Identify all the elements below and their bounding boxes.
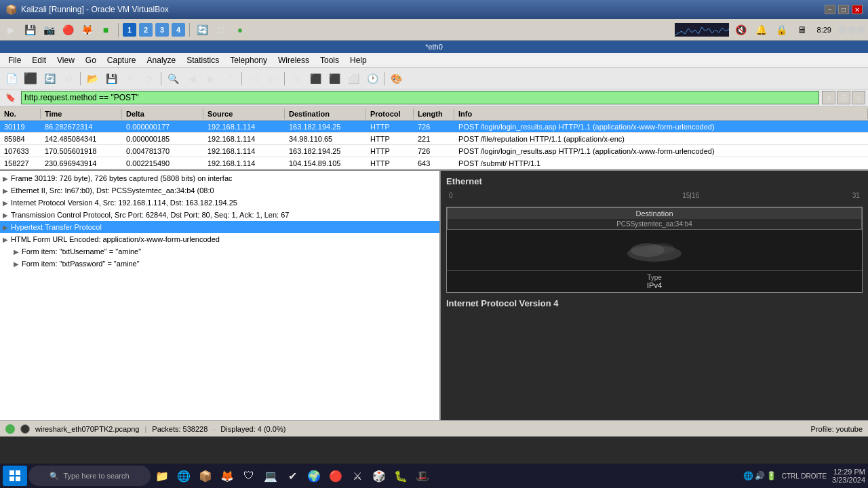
ws-btn-reload[interactable]: 🔄 [41, 70, 58, 87]
vbox-audio-btn[interactable]: 🔇 [733, 22, 749, 38]
col-header-info[interactable]: Info [454, 108, 868, 119]
ws-btn-back[interactable]: ◀ [183, 70, 201, 87]
ws-btn-nav-prev[interactable]: ◁ [245, 70, 262, 87]
detail-tree-row[interactable]: ▶Internet Protocol Version 4, Src: 192.1… [0, 197, 439, 209]
filter-add-btn[interactable]: + [852, 91, 865, 104]
detail-tree-row[interactable]: ▶Form item: "txtPassword" = "amine" [0, 258, 439, 270]
ws-menu-analyze[interactable]: Analyze [142, 54, 182, 66]
vbox-btn-ff[interactable]: 🔴 [60, 22, 76, 38]
detail-tree-row[interactable]: ▶Hypertext Transfer Protocol [0, 221, 439, 233]
start-button[interactable] [3, 466, 27, 486]
ws-btn-nav-next[interactable]: ▷ [264, 70, 281, 87]
ws-btn-new[interactable]: 📄 [3, 70, 20, 87]
packet-row[interactable]: 107633170.5056019180.004781370192.168.1.… [0, 145, 868, 157]
ws-menu-wireless[interactable]: Wireless [273, 54, 315, 66]
filter-clear-btn[interactable]: ✕ [822, 91, 835, 104]
ws-btn-forward[interactable]: ▶ [202, 70, 220, 87]
ws-btn-open[interactable]: 📂 [83, 70, 101, 87]
ws-btn-reload2[interactable]: ⟳ [140, 70, 158, 87]
col-header-dest[interactable]: Destination [285, 108, 366, 119]
vbox-btn-refresh[interactable]: 🔄 [194, 22, 210, 38]
taskbar-sword-btn[interactable]: ⚔ [347, 466, 368, 486]
col-header-proto[interactable]: Protocol [366, 108, 414, 119]
ws-btn-zoom-in[interactable]: ⬛ [326, 70, 343, 87]
taskbar-cube-btn[interactable]: 🎲 [369, 466, 389, 486]
detail-tree-row[interactable]: ▶HTML Form URL Encoded: application/x-ww… [0, 233, 439, 245]
ws-menu-tools[interactable]: Tools [315, 54, 344, 66]
taskbar-hat-btn[interactable]: 🎩 [412, 466, 433, 486]
detail-text: Transmission Control Protocol, Src Port:… [11, 211, 289, 219]
globe-icon: 🌍 [307, 470, 321, 483]
taskbar-terminal-btn[interactable]: 📦 [195, 466, 216, 486]
ws-btn-autoscroll[interactable]: ⚙ [60, 70, 77, 87]
taskbar-red-btn[interactable]: 🔴 [326, 466, 346, 486]
col-header-no[interactable]: No. [0, 108, 41, 119]
filter-pref-btn[interactable]: ☰ [837, 91, 850, 104]
vbox-fullscreen-btn[interactable]: 🖥 [794, 22, 810, 38]
ws-menu-file[interactable]: File [3, 54, 26, 66]
col-header-source[interactable]: Source [203, 108, 285, 119]
eth-destination-label[interactable]: Destination [448, 208, 861, 219]
vbox-screen-1[interactable]: 1 [123, 23, 136, 37]
ws-btn-close[interactable]: ✕ [121, 70, 139, 87]
taskbar-firefox-btn[interactable]: 🦊 [217, 466, 237, 486]
check-icon: ✔ [288, 470, 297, 483]
ws-btn-zoom-out[interactable]: ⬜ [344, 70, 362, 87]
vbox-screen-2[interactable]: 2 [139, 23, 153, 37]
vbox-btn-snap[interactable]: 📷 [41, 22, 57, 38]
vbox-screen-4[interactable]: 4 [172, 23, 185, 37]
taskbar-shield-btn[interactable]: 🛡 [239, 466, 259, 486]
ws-btn-jump[interactable]: ⤴ [221, 70, 239, 87]
ws-menu-edit[interactable]: Edit [26, 54, 52, 66]
ws-menu-view[interactable]: View [52, 54, 80, 66]
ws-menu-statistics[interactable]: Statistics [181, 54, 224, 66]
vbox-btn-window[interactable]: □ [213, 22, 229, 38]
vbox-lock-btn[interactable]: 🔒 [774, 22, 790, 38]
ws-menu-help[interactable]: Help [344, 54, 372, 66]
filter-input[interactable] [21, 91, 819, 104]
ws-btn-stop[interactable]: ⬛ [22, 70, 39, 87]
ws-btn-time[interactable]: 🕐 [363, 70, 381, 87]
col-header-len[interactable]: Length [414, 108, 454, 119]
ws-btn-table[interactable]: ≡ [288, 70, 305, 87]
ws-menu-telephony[interactable]: Telephony [224, 54, 273, 66]
ws-btn-bytes[interactable]: ⬛ [307, 70, 324, 87]
ws-btn-search[interactable]: 🔍 [164, 70, 182, 87]
taskbar-bug-btn[interactable]: 🐛 [391, 466, 411, 486]
vbox-btn-img[interactable]: 🦊 [79, 22, 95, 38]
detail-tree-row[interactable]: ▶Frame 30119: 726 byte), 726 bytes captu… [0, 172, 439, 184]
taskbar-files-btn[interactable]: 📁 [152, 466, 172, 486]
vbox-btn-save[interactable]: 💾 [22, 22, 38, 38]
taskbar-check-btn[interactable]: ✔ [282, 466, 302, 486]
col-header-time[interactable]: Time [41, 108, 122, 119]
vbox-notify-btn[interactable]: 🔔 [753, 22, 770, 38]
close-button[interactable]: ✕ [852, 5, 863, 14]
packet-row[interactable]: 3011986.2826723140.000000177192.168.1.11… [0, 121, 868, 133]
taskbar-browser-btn[interactable]: 🌐 [174, 466, 194, 486]
hat-icon: 🎩 [416, 470, 429, 483]
col-header-delta[interactable]: Delta [122, 108, 203, 119]
time-display: 12:29 PM [832, 468, 865, 476]
packet-row[interactable]: 85984142.4850843410.000000185192.168.1.1… [0, 133, 868, 145]
vbox-screen-3[interactable]: 3 [155, 23, 169, 37]
ws-btn-save[interactable]: 💾 [102, 70, 120, 87]
detail-tree-row[interactable]: ▶Form item: "txtUsername" = "amine" [0, 245, 439, 258]
detail-tree-row[interactable]: ▶Transmission Control Protocol, Src Port… [0, 209, 439, 221]
packet-row[interactable]: 158227230.6969439140.002215490192.168.1.… [0, 157, 868, 169]
ws-menu-go[interactable]: Go [80, 54, 102, 66]
vbox-btn-green[interactable]: ● [232, 22, 248, 38]
ws-menu-capture[interactable]: Capture [102, 54, 142, 66]
vbox-btn-start[interactable]: ▶ [3, 22, 19, 38]
status-filename: wireshark_eth070PTK2.pcapng [35, 425, 139, 433]
filter-icon: 🔖 [3, 93, 18, 102]
detail-tree-row[interactable]: ▶Ethernet II, Src: In67:b0), Dst: PCSSys… [0, 184, 439, 197]
ws-btn-colorize[interactable]: 🎨 [387, 70, 405, 87]
maximize-button[interactable]: □ [838, 5, 849, 14]
taskbar-search[interactable]: 🔍 Type here to search [28, 466, 151, 486]
taskbar-term2-btn[interactable]: 💻 [260, 466, 281, 486]
eth-middle-area [447, 230, 862, 270]
minimize-button[interactable]: − [825, 5, 835, 14]
browser-icon: 🌐 [177, 470, 191, 483]
taskbar-globe-btn[interactable]: 🌍 [304, 466, 324, 486]
vbox-btn-terminal[interactable]: ■ [98, 22, 114, 38]
